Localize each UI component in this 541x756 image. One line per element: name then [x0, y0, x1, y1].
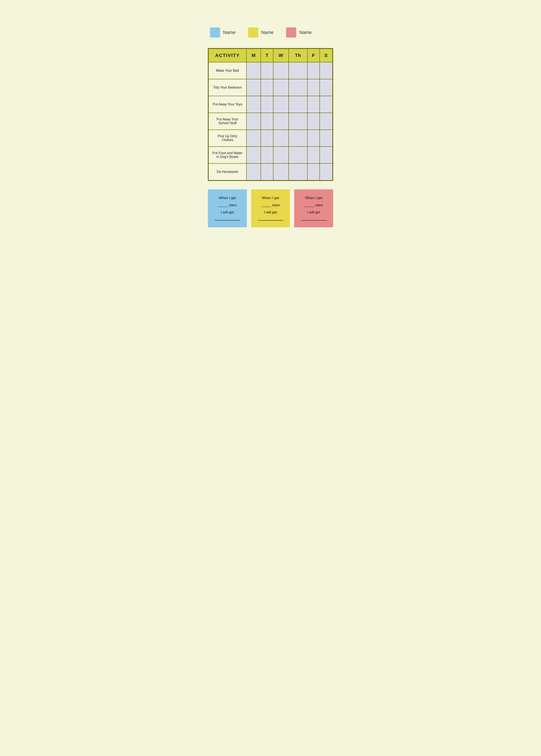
- day-cell[interactable]: [307, 79, 320, 96]
- legend-color-yellow: [248, 27, 258, 38]
- day-cell[interactable]: [261, 62, 273, 79]
- table-body: Make Your BedTidy Your BedroomPut Away Y…: [209, 62, 332, 180]
- legend-color-blue: [210, 27, 220, 38]
- legend-label-blue[interactable]: Name: [223, 30, 236, 35]
- day-cell[interactable]: [288, 79, 307, 96]
- reward-line3-0: I will get: [221, 210, 234, 214]
- table-row: Pick Up Dirty Clothes: [209, 130, 332, 146]
- table-row: Do Homework: [209, 163, 332, 180]
- reward-line3-2: I will get: [307, 210, 320, 214]
- day-cell[interactable]: [273, 113, 288, 130]
- legend-color-pink: [286, 27, 296, 38]
- page: NameNameName ACTIVITY MTWThFS Make Your …: [195, 4, 346, 240]
- day-cell[interactable]: [273, 130, 288, 146]
- day-cell[interactable]: [320, 163, 332, 180]
- day-cell[interactable]: [288, 113, 307, 130]
- activity-table-wrapper: ACTIVITY MTWThFS Make Your BedTidy Your …: [208, 48, 333, 181]
- activity-cell-6: Do Homework: [209, 163, 247, 180]
- day-cell[interactable]: [247, 130, 261, 146]
- reward-line4-0[interactable]: [215, 220, 240, 221]
- day-cell[interactable]: [261, 79, 273, 96]
- reward-line3-1: I will get: [264, 210, 277, 214]
- day-cell[interactable]: [261, 130, 273, 146]
- table-row: Put Away Your Toys: [209, 96, 332, 113]
- col-header-f: F: [307, 49, 320, 62]
- day-cell[interactable]: [307, 113, 320, 130]
- day-cell[interactable]: [307, 96, 320, 113]
- col-header-activity: ACTIVITY: [209, 49, 247, 62]
- legend-item-blue: Name: [210, 27, 236, 38]
- day-cell[interactable]: [320, 146, 332, 163]
- reward-line1-1: When I get: [262, 196, 279, 200]
- activity-cell-5: Put Food and Water in Dog's Bowls: [209, 146, 247, 163]
- day-cell[interactable]: [273, 146, 288, 163]
- day-cell[interactable]: [261, 96, 273, 113]
- activity-cell-0: Make Your Bed: [209, 62, 247, 79]
- table-row: Put Away Your School Stuff: [209, 113, 332, 130]
- reward-line1-0: When I get: [219, 196, 236, 200]
- activity-cell-4: Pick Up Dirty Clothes: [209, 130, 247, 146]
- reward-line4-1[interactable]: [258, 220, 283, 221]
- col-header-t: T: [261, 49, 273, 62]
- day-cell[interactable]: [247, 146, 261, 163]
- activity-cell-2: Put Away Your Toys: [209, 96, 247, 113]
- day-cell[interactable]: [320, 113, 332, 130]
- day-cell[interactable]: [320, 96, 332, 113]
- legend-item-pink: Name: [286, 27, 312, 38]
- reward-line2-1: _____ stars: [261, 203, 280, 207]
- table-row: Tidy Your Bedroom: [209, 79, 332, 96]
- col-header-th: Th: [288, 49, 307, 62]
- day-cell[interactable]: [288, 130, 307, 146]
- day-cell[interactable]: [247, 79, 261, 96]
- day-cell[interactable]: [307, 163, 320, 180]
- reward-line1-2: When I get: [305, 196, 322, 200]
- day-cell[interactable]: [288, 163, 307, 180]
- legend-label-pink[interactable]: Name: [299, 30, 312, 35]
- reward-card-1: When I get _____ stars I will get: [251, 189, 290, 227]
- day-cell[interactable]: [307, 146, 320, 163]
- reward-card-2: When I get _____ stars I will get: [294, 189, 333, 227]
- day-cell[interactable]: [288, 146, 307, 163]
- day-cell[interactable]: [320, 130, 332, 146]
- day-cell[interactable]: [247, 163, 261, 180]
- activity-cell-3: Put Away Your School Stuff: [209, 113, 247, 130]
- table-row: Make Your Bed: [209, 62, 332, 79]
- reward-section: When I get _____ stars I will get When I…: [208, 189, 333, 227]
- col-header-s: S: [320, 49, 332, 62]
- day-cell[interactable]: [261, 146, 273, 163]
- day-cell[interactable]: [307, 62, 320, 79]
- day-cell[interactable]: [288, 96, 307, 113]
- day-cell[interactable]: [307, 130, 320, 146]
- day-cell[interactable]: [273, 96, 288, 113]
- col-header-w: W: [273, 49, 288, 62]
- day-cell[interactable]: [320, 79, 332, 96]
- day-cell[interactable]: [261, 163, 273, 180]
- activity-cell-1: Tidy Your Bedroom: [209, 79, 247, 96]
- day-cell[interactable]: [288, 62, 307, 79]
- day-cell[interactable]: [273, 79, 288, 96]
- table-header-row: ACTIVITY MTWThFS: [209, 49, 332, 62]
- day-cell[interactable]: [273, 62, 288, 79]
- legend-item-yellow: Name: [248, 27, 274, 38]
- day-cell[interactable]: [247, 113, 261, 130]
- col-header-m: M: [247, 49, 261, 62]
- day-cell[interactable]: [320, 62, 332, 79]
- reward-line4-2[interactable]: [301, 220, 326, 221]
- day-cell[interactable]: [273, 163, 288, 180]
- day-cell[interactable]: [261, 113, 273, 130]
- reward-line2-2: _____ stars: [304, 203, 323, 207]
- table-row: Put Food and Water in Dog's Bowls: [209, 146, 332, 163]
- reward-line2-0: _____ stars: [218, 203, 237, 207]
- activity-table: ACTIVITY MTWThFS Make Your BedTidy Your …: [208, 49, 333, 180]
- day-cell[interactable]: [247, 62, 261, 79]
- legend: NameNameName: [208, 27, 333, 38]
- reward-card-0: When I get _____ stars I will get: [208, 189, 247, 227]
- day-cell[interactable]: [247, 96, 261, 113]
- legend-label-yellow[interactable]: Name: [261, 30, 274, 35]
